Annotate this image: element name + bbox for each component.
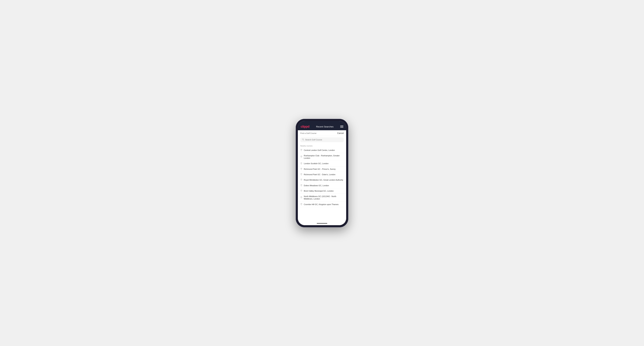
course-name: Coombe Hill GC, Kingston upon Thames (304, 203, 339, 206)
svg-point-7 (301, 179, 302, 180)
app-logo: clippd (301, 125, 310, 129)
location-pin-icon (300, 179, 302, 181)
svg-point-10 (301, 197, 302, 197)
svg-point-5 (301, 168, 302, 169)
course-name: Richmond Park GC - Prince's, Surrey (304, 168, 336, 170)
course-name: Central London Golf Centre, London (304, 149, 335, 152)
app-header: clippd Recent Searches (298, 123, 346, 130)
course-list-item[interactable]: Dukes Meadows GC, London (298, 183, 346, 188)
svg-point-6 (301, 174, 302, 174)
search-icon (302, 139, 304, 141)
course-list: Central London Golf Centre, London Roeha… (298, 148, 346, 207)
svg-point-11 (301, 203, 302, 204)
header-title: Recent Searches (316, 125, 334, 128)
home-indicator (298, 222, 346, 225)
location-pin-icon (300, 163, 302, 165)
status-bar (298, 121, 346, 123)
cancel-button[interactable]: Cancel (337, 132, 344, 135)
location-pin-icon (300, 184, 302, 187)
course-name: Royal Wimbledon GC, Great London Authori… (304, 179, 343, 181)
course-name: North Middlesex GC (1011942 - North Midd… (304, 195, 344, 200)
phone-screen: clippd Recent Searches Find a Golf Cours… (298, 121, 346, 225)
location-pin-icon (300, 149, 302, 152)
svg-line-1 (304, 140, 304, 140)
course-name: Dukes Meadows GC, London (304, 184, 329, 187)
phone-frame: clippd Recent Searches Find a Golf Cours… (296, 119, 348, 227)
svg-point-4 (301, 163, 302, 163)
search-input-wrapper (300, 137, 344, 142)
course-name: Richmond Park GC - Duke's, London (304, 173, 336, 176)
course-list-item[interactable]: London Scottish GC, London (298, 161, 346, 166)
course-name: Brent Valley Municipal GC, London (304, 190, 334, 192)
location-pin-icon (300, 156, 302, 158)
course-list-item[interactable]: Central London Golf Centre, London (298, 148, 346, 153)
course-list-item[interactable]: North Middlesex GC (1011942 - North Midd… (298, 194, 346, 202)
course-name: Roehampton Club - Roehampton, Greater Lo… (304, 154, 344, 160)
course-list-item[interactable]: Royal Wimbledon GC, Great London Authori… (298, 177, 346, 183)
location-pin-icon (300, 190, 302, 192)
course-list-item[interactable]: Roehampton Club - Roehampton, Greater Lo… (298, 153, 346, 161)
svg-point-9 (301, 190, 302, 191)
svg-point-2 (301, 149, 302, 150)
hamburger-menu-icon[interactable] (340, 126, 343, 128)
home-indicator-bar (317, 223, 327, 224)
course-list-item[interactable]: Richmond Park GC - Duke's, London (298, 172, 346, 177)
nearby-courses-section: Nearby courses Central London Golf Centr… (298, 144, 346, 222)
find-label: Find a Golf Course (300, 132, 316, 134)
course-name: London Scottish GC, London (304, 162, 328, 165)
location-pin-icon (300, 203, 302, 206)
location-pin-icon (300, 173, 302, 176)
find-bar: Find a Golf Course Cancel (298, 130, 346, 136)
search-input[interactable] (305, 139, 342, 141)
svg-point-3 (301, 156, 302, 157)
location-pin-icon (300, 196, 302, 199)
course-list-item[interactable]: Richmond Park GC - Prince's, Surrey (298, 167, 346, 172)
location-pin-icon (300, 168, 302, 170)
course-list-item[interactable]: Brent Valley Municipal GC, London (298, 188, 346, 194)
svg-point-8 (301, 185, 302, 185)
search-container (298, 136, 346, 144)
nearby-label: Nearby courses (298, 144, 346, 148)
course-list-item[interactable]: Coombe Hill GC, Kingston upon Thames (298, 202, 346, 207)
content-area: Find a Golf Course Cancel Nearby (298, 130, 346, 225)
